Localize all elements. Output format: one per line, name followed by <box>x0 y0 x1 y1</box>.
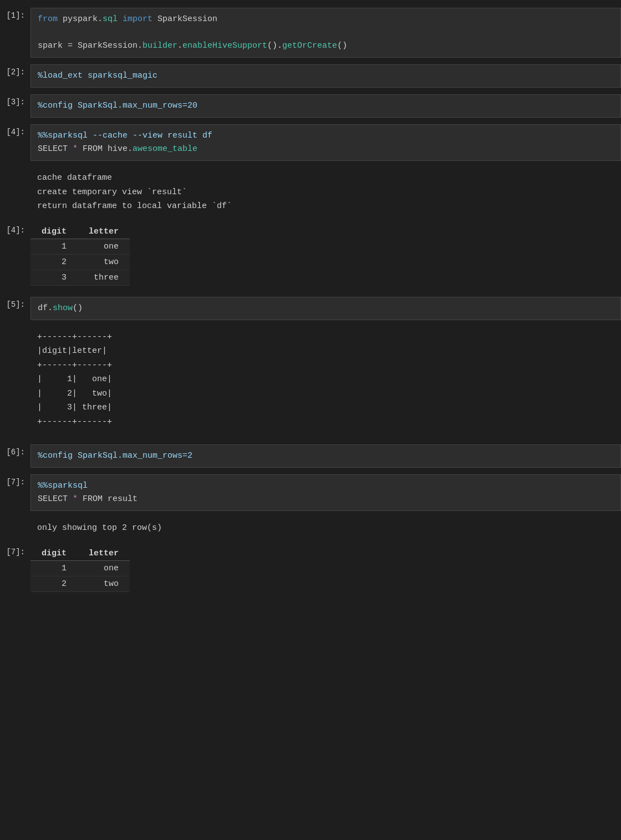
cell-1-label: [1]: <box>0 8 30 58</box>
cell-letter: three <box>78 270 130 285</box>
keyword-import: import <box>123 14 152 24</box>
col-header-digit-1: digit <box>30 225 78 239</box>
cell-2-code[interactable]: %load_ext sparksql_magic <box>30 64 621 88</box>
cell-5-output-label-empty <box>0 327 30 433</box>
cell-7-df-table: digit letter 1 one 2 two <box>30 546 130 592</box>
cell-7-output-text: only showing top 2 row(s) <box>30 518 621 539</box>
cell-digit: 1 <box>30 239 78 254</box>
cell-4-table-row: [4]: digit letter 1 one <box>0 221 621 289</box>
magic-sparksql-1: %%sparksql --cache --view result df <box>38 131 212 140</box>
col-header-letter-1: letter <box>78 225 130 239</box>
magic-sparksql-2: %%sparksql <box>38 481 88 490</box>
cell-4-content: %%sparksql --cache --view result df SELE… <box>30 124 621 161</box>
cell-4-output-label-empty <box>0 168 30 217</box>
cell-7-content: %%sparksql SELECT * FROM result <box>30 474 621 511</box>
cell-3-code[interactable]: %config SparkSql.max_num_rows=20 <box>30 94 621 118</box>
cell-5-content: df.show() <box>30 297 621 320</box>
cell-7-output-text-row: only showing top 2 row(s) <box>0 515 621 541</box>
cell-7-output-label-empty <box>0 518 30 539</box>
attr-getorcreate: getOrCreate <box>282 41 337 50</box>
cell-4-label: [4]: <box>0 124 30 161</box>
cell-6-label: [6]: <box>0 444 30 468</box>
cell-4-df-table: digit letter 1 one 2 two <box>30 225 130 286</box>
magic-load-ext: %load_ext sparksql_magic <box>38 71 157 80</box>
cell-7-output-text-content: only showing top 2 row(s) <box>30 518 621 539</box>
table-row: 2 two <box>30 254 130 270</box>
cell-2-label: [2]: <box>0 64 30 88</box>
cell-6-code[interactable]: %config SparkSql.max_num_rows=2 <box>30 444 621 468</box>
cell-letter: one <box>78 239 130 254</box>
cell-digit: 2 <box>30 576 78 591</box>
cell-5-label: [5]: <box>0 297 30 320</box>
cell-3: [3]: %config SparkSql.max_num_rows=20 <box>0 92 621 120</box>
attr-show: show <box>53 303 73 313</box>
notebook: [1]: from pyspark.sql import SparkSessio… <box>0 6 621 595</box>
cell-7-code[interactable]: %%sparksql SELECT * FROM result <box>30 474 621 511</box>
attr-sql: sql <box>103 14 118 24</box>
attr-enablehive: enableHiveSupport <box>182 41 267 50</box>
keyword-from: from <box>38 14 58 24</box>
cell-4-table-content: digit letter 1 one 2 two <box>30 222 621 288</box>
cell-7: [7]: %%sparksql SELECT * FROM result <box>0 472 621 513</box>
cell-7-table-row: [7]: digit letter 1 one <box>0 543 621 595</box>
col-header-letter-2: letter <box>78 546 130 561</box>
cell-digit: 1 <box>30 560 78 576</box>
cell-1: [1]: from pyspark.sql import SparkSessio… <box>0 6 621 60</box>
cell-letter: two <box>78 254 130 270</box>
cell-3-content: %config SparkSql.max_num_rows=20 <box>30 94 621 118</box>
cell-5: [5]: df.show() <box>0 295 621 322</box>
cell-2: [2]: %load_ext sparksql_magic <box>0 62 621 90</box>
sql-star-1: * <box>73 144 78 154</box>
cell-5-output-row: +------+------+ |digit|letter| +------+-… <box>0 325 621 435</box>
col-header-digit-2: digit <box>30 546 78 561</box>
cell-2-content: %load_ext sparksql_magic <box>30 64 621 88</box>
cell-1-content: from pyspark.sql import SparkSession spa… <box>30 8 621 58</box>
cell-1-code[interactable]: from pyspark.sql import SparkSession spa… <box>30 8 621 58</box>
table-row: 3 three <box>30 270 130 285</box>
cell-digit: 2 <box>30 254 78 270</box>
table-row: 1 one <box>30 239 130 254</box>
cell-4-code[interactable]: %%sparksql --cache --view result df SELE… <box>30 124 621 161</box>
cell-3-label: [3]: <box>0 94 30 118</box>
cell-7-table-wrapper: digit letter 1 one 2 two <box>30 546 621 592</box>
cell-7-table-label: [7]: <box>0 544 30 594</box>
cell-7-table-content: digit letter 1 one 2 two <box>30 544 621 594</box>
separator-1 <box>0 289 621 295</box>
attr-builder: builder <box>142 41 177 50</box>
cell-digit: 3 <box>30 270 78 285</box>
cell-4-output-text-content: cache dataframe create temporary view `r… <box>30 168 621 217</box>
cell-4-table-wrapper: digit letter 1 one 2 two <box>30 225 621 286</box>
separator-2 <box>0 437 621 442</box>
table-row: 1 one <box>30 560 130 576</box>
cell-4-output-text-row: cache dataframe create temporary view `r… <box>0 165 621 219</box>
cell-4: [4]: %%sparksql --cache --view result df… <box>0 122 621 163</box>
cell-5-output-text: +------+------+ |digit|letter| +------+-… <box>30 327 621 433</box>
magic-config-2: %config SparkSql.max_num_rows=2 <box>38 451 192 461</box>
table-name: awesome_table <box>133 144 197 154</box>
cell-5-code[interactable]: df.show() <box>30 297 621 320</box>
cell-7-label: [7]: <box>0 474 30 511</box>
cell-6: [6]: %config SparkSql.max_num_rows=2 <box>0 442 621 470</box>
cell-letter: one <box>78 560 130 576</box>
magic-config-1: %config SparkSql.max_num_rows=20 <box>38 101 197 110</box>
cell-5-output-content: +------+------+ |digit|letter| +------+-… <box>30 327 621 433</box>
sql-star-2: * <box>73 494 78 504</box>
cell-4-output-text: cache dataframe create temporary view `r… <box>30 168 621 217</box>
cell-letter: two <box>78 576 130 591</box>
cell-6-content: %config SparkSql.max_num_rows=2 <box>30 444 621 468</box>
cell-4-table-label: [4]: <box>0 222 30 288</box>
table-row: 2 two <box>30 576 130 591</box>
